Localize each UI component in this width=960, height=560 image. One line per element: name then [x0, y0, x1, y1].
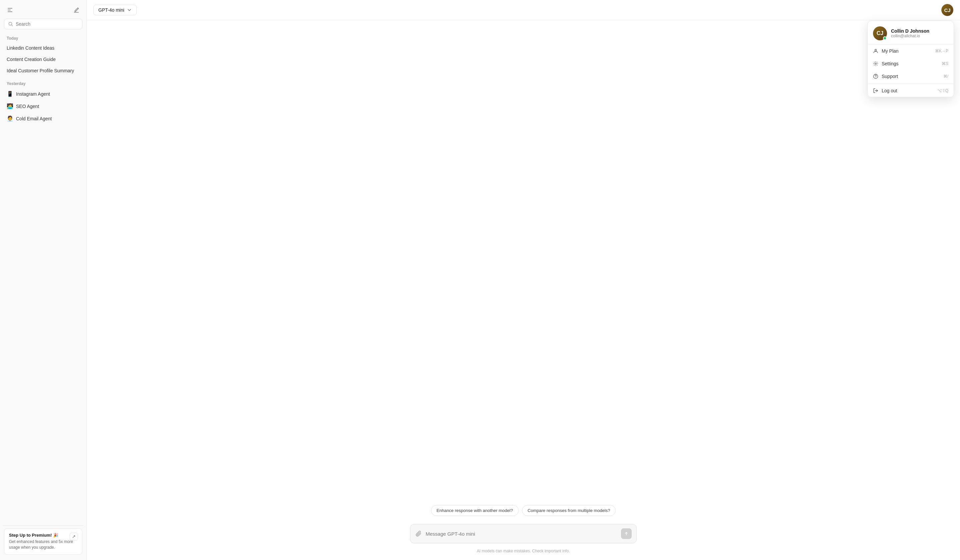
svg-rect-0: [8, 8, 12, 9]
new-chat-button[interactable]: [72, 5, 81, 14]
support-label: Support: [882, 74, 898, 79]
attach-button[interactable]: [415, 530, 422, 537]
svg-point-4: [875, 50, 877, 51]
message-input[interactable]: [426, 531, 618, 537]
sidebar-item-label: SEO Agent: [16, 104, 39, 109]
sidebar-bottom: ↗ Step Up to Premium! 🎉 Get enhanced fea…: [3, 525, 84, 556]
dropdown-item-my-plan[interactable]: My Plan ⌘K→P: [868, 45, 954, 57]
dropdown-item-settings[interactable]: Settings ⌘S: [868, 57, 954, 70]
model-selector-label: GPT-4o mini: [98, 7, 124, 13]
paperclip-icon: [416, 531, 422, 537]
sidebar-item-label: Cold Email Agent: [16, 116, 52, 121]
suggestion-chip-1[interactable]: Compare responses from multiple models?: [522, 505, 616, 516]
avatar: CJ: [941, 4, 953, 16]
disclaimer: AI models can make mistakes. Check impor…: [477, 549, 570, 553]
sidebar-item-linkedin[interactable]: Linkedin Content Ideas: [3, 43, 84, 53]
premium-description: Get enhanced features and 5x more usage …: [9, 539, 77, 550]
sidebar-item-seo[interactable]: 🧑‍💻 SEO Agent: [3, 100, 84, 112]
chat-area: Enhance response with another model? Com…: [87, 20, 960, 560]
suggestion-chip-0[interactable]: Enhance response with another model?: [431, 505, 519, 516]
section-yesterday: Yesterday 📱 Instagram Agent 🧑‍💻 SEO Agen…: [3, 80, 84, 125]
sidebar-item-cold-email[interactable]: 🧑‍💼 Cold Email Agent: [3, 113, 84, 124]
dropdown-divider: [868, 83, 954, 84]
user-avatar-button[interactable]: CJ: [941, 4, 953, 16]
cold-email-icon: 🧑‍💼: [7, 115, 13, 122]
my-plan-label: My Plan: [882, 48, 899, 54]
main-content: GPT-4o mini CJ Enhance response with ano…: [87, 0, 960, 560]
section-today: Today Linkedin Content Ideas Content Cre…: [3, 35, 84, 77]
settings-shortcut: ⌘S: [942, 61, 948, 66]
section-label-yesterday: Yesterday: [3, 80, 84, 88]
chevron-down-icon: [127, 8, 132, 12]
dropdown-avatar: CJ: [873, 26, 887, 40]
svg-rect-1: [8, 10, 11, 10]
search-box: [4, 19, 82, 29]
premium-title: Step Up to Premium! 🎉: [9, 533, 77, 538]
sidebar-item-label: Linkedin Content Ideas: [7, 45, 54, 51]
sidebar-item-content[interactable]: Content Creation Guide: [3, 54, 84, 65]
support-shortcut: ⌘/: [943, 74, 948, 78]
dropdown-user-name: Collin D Johnson: [891, 28, 930, 34]
input-bar: [410, 524, 637, 543]
suggestion-chips: Enhance response with another model? Com…: [431, 505, 616, 516]
logout-label: Log out: [882, 88, 898, 93]
svg-point-7: [875, 77, 876, 77]
help-circle-icon: [873, 74, 878, 79]
seo-icon: 🧑‍💻: [7, 103, 13, 109]
section-label-today: Today: [3, 35, 84, 43]
online-status-dot: [883, 36, 887, 40]
dropdown-item-support[interactable]: Support ⌘/: [868, 70, 954, 83]
instagram-icon: 📱: [7, 91, 13, 97]
send-button[interactable]: [621, 528, 632, 539]
dropdown-user-email: collin@allchat.io: [891, 34, 930, 38]
dropdown-user-info: CJ Collin D Johnson collin@allchat.io: [868, 21, 954, 45]
sidebar-top: [3, 4, 84, 19]
send-icon: [624, 531, 629, 536]
sidebar-item-instagram[interactable]: 📱 Instagram Agent: [3, 88, 84, 100]
person-icon: [873, 48, 878, 54]
sidebar-item-icp[interactable]: Ideal Customer Profile Summary: [3, 66, 84, 76]
sidebar-item-label: Content Creation Guide: [7, 57, 56, 62]
svg-point-5: [875, 63, 876, 64]
my-plan-shortcut: ⌘K→P: [935, 49, 948, 53]
settings-label: Settings: [882, 61, 899, 66]
header-right: CJ: [941, 4, 953, 16]
logout-icon: [873, 88, 878, 93]
toggle-sidebar-button[interactable]: [5, 5, 14, 14]
svg-rect-2: [8, 12, 12, 12]
dropdown-user-details: Collin D Johnson collin@allchat.io: [891, 28, 930, 38]
sidebar-item-label: Ideal Customer Profile Summary: [7, 68, 74, 73]
premium-arrow-button[interactable]: ↗: [70, 533, 78, 540]
sidebar: Today Linkedin Content Ideas Content Cre…: [0, 0, 87, 560]
gear-icon: [873, 61, 878, 66]
header: GPT-4o mini CJ: [87, 0, 960, 20]
premium-box: ↗ Step Up to Premium! 🎉 Get enhanced fea…: [4, 528, 82, 555]
model-selector-button[interactable]: GPT-4o mini: [93, 5, 137, 15]
dropdown-item-logout[interactable]: Log out ⌥⇧Q: [868, 84, 954, 97]
search-input[interactable]: [16, 21, 78, 27]
search-icon: [8, 22, 13, 26]
sidebar-item-label: Instagram Agent: [16, 91, 50, 97]
user-dropdown-menu: CJ Collin D Johnson collin@allchat.io My…: [867, 21, 954, 98]
logout-shortcut: ⌥⇧Q: [937, 88, 948, 93]
